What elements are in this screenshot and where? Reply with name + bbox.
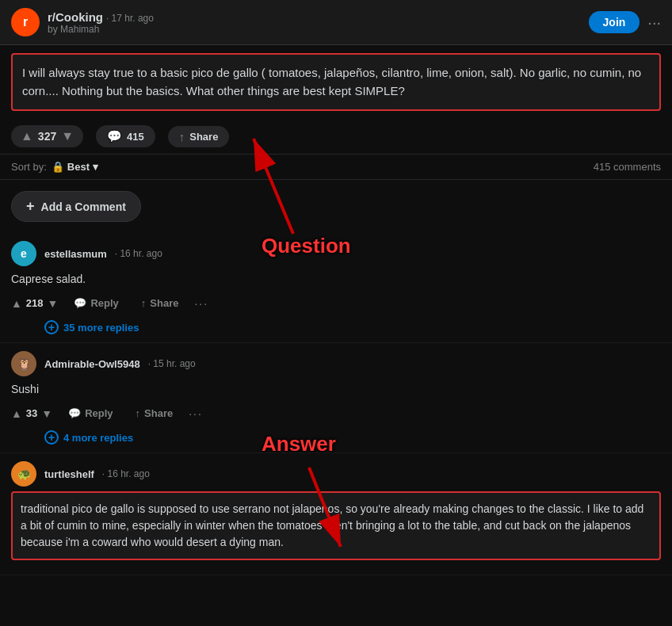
post-author-line: by Mahimah <box>48 24 589 35</box>
comment-downvote[interactable]: ▼ <box>48 297 59 310</box>
comment-body: Caprese salad. <box>11 271 661 288</box>
comment-item: 🦉 Admirable-Owl5948 · 15 hr. ago Sushi ▲… <box>0 343 672 453</box>
comment-header: 🦉 Admirable-Owl5948 · 15 hr. ago <box>11 351 661 376</box>
comment-actions: ▲ 33 ▼ 💬 Reply ↑ Share ··· <box>11 404 661 422</box>
sort-label: Sort by: 🔒 Best ▾ <box>11 161 98 173</box>
total-comment-count: 415 comments <box>594 161 661 173</box>
comment-more-button[interactable]: ··· <box>189 407 203 420</box>
comment-username[interactable]: estellasmum <box>44 248 107 260</box>
more-replies-button[interactable]: + 4 more replies <box>44 430 661 445</box>
comment-username[interactable]: turtleshelf <box>44 468 94 480</box>
comment-header: 🐢 turtleshelf · 16 hr. ago <box>11 461 661 487</box>
comment-body: Sushi <box>11 381 661 398</box>
comment-username[interactable]: Admirable-Owl5948 <box>44 358 140 370</box>
join-button[interactable]: Join <box>589 11 640 33</box>
comment-upvote[interactable]: ▲ <box>11 297 22 310</box>
comment-body: traditional pico de gallo is supposed to… <box>11 491 661 560</box>
comment-upvote-count: 33 <box>26 407 37 419</box>
comment-vote-group[interactable]: ▲ 33 ▼ <box>11 407 52 420</box>
comment-avatar: e <box>11 241 36 266</box>
reply-icon: 💬 <box>74 297 86 309</box>
post-body: I will always stay true to a basic pico … <box>11 53 661 111</box>
plus-icon: + <box>26 198 35 215</box>
vote-group[interactable]: ▲ 327 ▼ <box>11 125 83 147</box>
comment-reply-button[interactable]: 💬 Reply <box>62 404 119 422</box>
expand-replies-icon: + <box>44 430 59 445</box>
comment-icon: 💬 <box>107 129 122 143</box>
more-options-icon[interactable]: ··· <box>647 13 661 32</box>
sort-best-button[interactable]: 🔒 Best ▾ <box>52 161 98 173</box>
reply-icon: 💬 <box>68 407 81 419</box>
comment-item: 🐢 turtleshelf · 16 hr. ago traditional p… <box>0 453 672 575</box>
comment-actions: ▲ 218 ▼ 💬 Reply ↑ Share ··· <box>11 294 661 312</box>
comment-upvote[interactable]: ▲ <box>11 407 22 420</box>
comment-vote-group[interactable]: ▲ 218 ▼ <box>11 297 58 310</box>
comment-time: · 16 hr. ago <box>102 468 150 479</box>
comment-share-icon: ↑ <box>136 407 141 419</box>
share-icon: ↑ <box>179 130 185 143</box>
more-replies-button[interactable]: + 35 more replies <box>44 320 661 334</box>
comment-more-button[interactable]: ··· <box>194 297 208 310</box>
comment-share-button[interactable]: ↑ Share <box>135 294 185 312</box>
comment-share-icon: ↑ <box>141 297 147 309</box>
upvote-button[interactable]: ▲ <box>21 129 33 143</box>
comment-share-button[interactable]: ↑ Share <box>129 404 180 422</box>
expand-replies-icon: + <box>44 320 59 334</box>
comment-upvote-count: 218 <box>26 297 44 309</box>
comment-header: e estellasmum · 16 hr. ago <box>11 241 661 266</box>
comment-avatar: 🦉 <box>11 351 36 376</box>
add-comment-button[interactable]: + Add a Comment <box>11 191 141 222</box>
sort-bar: Sort by: 🔒 Best ▾ 415 comments <box>0 154 672 180</box>
subreddit-avatar: r <box>11 8 40 36</box>
comment-time: · 16 hr. ago <box>115 248 162 259</box>
post-time: · 17 hr. ago <box>106 13 154 24</box>
header-info: r/Cooking · 17 hr. ago by Mahimah <box>48 10 589 35</box>
comment-avatar: 🐢 <box>11 461 36 487</box>
post-action-bar: ▲ 327 ▼ 💬 415 ↑ Share <box>0 119 672 154</box>
comment-time: · 15 hr. ago <box>148 358 196 369</box>
comment-item: e estellasmum · 16 hr. ago Caprese salad… <box>0 233 672 343</box>
upvote-count: 327 <box>38 130 56 143</box>
downvote-button[interactable]: ▼ <box>61 129 74 143</box>
share-button[interactable]: ↑ Share <box>168 126 230 147</box>
comment-button[interactable]: 💬 415 <box>96 125 155 147</box>
subreddit-name: r/Cooking <box>48 10 103 24</box>
comment-downvote[interactable]: ▼ <box>41 407 52 420</box>
post-header: r r/Cooking · 17 hr. ago by Mahimah Join… <box>0 0 672 45</box>
comment-reply-button[interactable]: 💬 Reply <box>67 294 124 312</box>
